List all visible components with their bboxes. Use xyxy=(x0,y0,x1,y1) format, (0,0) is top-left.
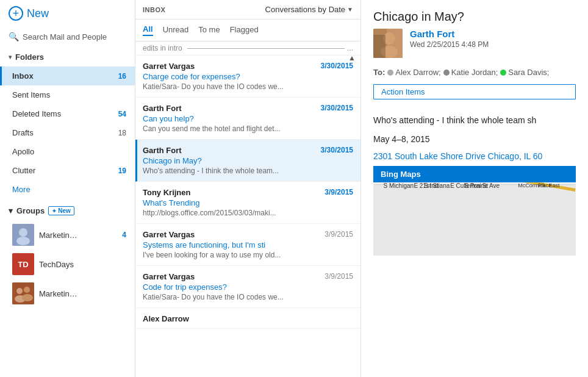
search-bar[interactable]: 🔍 Search Mail and People xyxy=(0,27,135,48)
mail-item-4[interactable]: Garret Vargas Systems are functioning, b… xyxy=(135,224,360,266)
sidebar: + New 🔍 Search Mail and People ▾ Folders… xyxy=(0,0,135,377)
folder-name-drafts: Drafts xyxy=(12,128,118,137)
detail-body-text: Who's attending - I think the whole team… xyxy=(373,114,576,127)
mail-subject-0: Charge code for expenses? xyxy=(143,72,353,81)
svg-point-2 xyxy=(16,237,30,245)
recipient-name-0: Alex Darrow; xyxy=(395,68,440,77)
sort-dropdown-arrow-icon: ▼ xyxy=(347,6,353,13)
groups-section: ▾ Groups ✦ New Marketin… 4 TD TechDays xyxy=(0,201,135,308)
folder-count-inbox: 16 xyxy=(118,72,126,81)
folders-header[interactable]: ▾ Folders xyxy=(0,48,135,66)
inbox-label: INBOX xyxy=(143,6,165,13)
mail-subject-2: Chicago in May? xyxy=(143,156,353,165)
group-item-0[interactable]: Marketin… 4 xyxy=(0,220,135,250)
svg-point-4 xyxy=(16,288,23,294)
svg-rect-12 xyxy=(373,35,385,58)
mail-preview-4: I've been looking for a way to use my ol… xyxy=(143,251,353,259)
sender-avatar-image xyxy=(373,29,403,58)
mail-item-0[interactable]: Garret Vargas Charge code for expenses? … xyxy=(135,56,360,98)
group-item-1[interactable]: TD TechDays xyxy=(0,250,135,279)
mail-item-6[interactable]: Alex Darrow xyxy=(135,308,360,329)
recipient-name-2: Sara Davis; xyxy=(508,68,549,77)
mail-sender-3: Tony Krijnen xyxy=(143,188,353,197)
recipient-0: Alex Darrow; xyxy=(387,68,440,77)
folder-count-clutter: 19 xyxy=(118,167,126,175)
preview-edit-text: edits in intro xyxy=(143,44,182,52)
folders-header-label: Folders xyxy=(15,52,44,62)
folders-chevron-icon: ▾ xyxy=(9,54,12,60)
avatar xyxy=(373,29,403,58)
folder-count-drafts: 18 xyxy=(118,129,126,137)
mail-item-5[interactable]: Garret Vargas Code for trip expenses? Ka… xyxy=(135,266,360,308)
new-compose-icon: + xyxy=(9,6,23,21)
mail-item-2[interactable]: Garth Fort Chicago in May? Who's attendi… xyxy=(135,140,360,182)
mail-item-1[interactable]: Garth Fort Can you help? Can you send me… xyxy=(135,98,360,140)
mail-preview-1: Can you send me the hotel and flight det… xyxy=(143,124,353,133)
recipient-dot-0 xyxy=(387,70,393,76)
folder-item-sent[interactable]: Sent Items xyxy=(0,85,135,104)
filter-flagged[interactable]: Flagged xyxy=(230,24,259,35)
mail-date-3: 3/9/2015 xyxy=(324,188,353,196)
recipient-1: Katie Jordan; xyxy=(443,68,498,77)
search-placeholder-text: Search Mail and People xyxy=(23,32,107,41)
detail-date-range: May 4–8, 2015 xyxy=(373,134,576,144)
recipient-dot-2 xyxy=(500,70,506,76)
groups-chevron-icon: ▾ xyxy=(9,206,13,215)
mail-preview-3: http://blogs.office.com/2015/03/03/maki.… xyxy=(143,209,353,217)
folder-item-deleted[interactable]: Deleted Items 54 xyxy=(0,104,135,123)
mail-subject-5: Code for trip expenses? xyxy=(143,282,353,292)
folder-item-apollo[interactable]: Apollo xyxy=(0,142,135,161)
more-folders-link[interactable]: More xyxy=(0,180,135,199)
detail-address-link[interactable]: 2301 South Lake Shore Drive Chicago, IL … xyxy=(373,151,576,161)
group-count-0: 4 xyxy=(122,231,126,239)
mail-date-0: 3/30/2015 xyxy=(321,62,353,70)
mail-preview-5: Katie/Sara- Do you have the IO codes we.… xyxy=(143,293,353,301)
star-icon: ✦ xyxy=(52,208,57,214)
group-name-0: Marketin… xyxy=(39,231,117,240)
mail-date-1: 3/30/2015 xyxy=(321,104,353,112)
mail-sender-4: Garret Vargas xyxy=(143,230,353,239)
svg-point-5 xyxy=(24,287,30,293)
folder-name-deleted: Deleted Items xyxy=(12,109,118,118)
filter-tome[interactable]: To me xyxy=(198,24,220,35)
action-items-button[interactable]: Action Items xyxy=(373,84,576,99)
bing-maps-bar: Bing Maps xyxy=(373,166,576,182)
map-container: S Michigan S Indiana E Cullerton St E 21… xyxy=(373,182,576,256)
group-avatar-0 xyxy=(12,224,34,246)
mail-subject-4: Systems are functioning, but I'm sti xyxy=(143,240,353,250)
sort-dropdown[interactable]: Conversations by Date ▼ xyxy=(265,5,353,14)
filter-all[interactable]: All xyxy=(143,23,153,36)
detail-sender-name[interactable]: Garth Fort xyxy=(410,29,489,39)
folder-item-drafts[interactable]: Drafts 18 xyxy=(0,123,135,142)
mail-list-panel: INBOX Conversations by Date ▼ All Unread… xyxy=(135,0,361,377)
groups-new-badge: ✦ New xyxy=(48,206,74,215)
filter-unread[interactable]: Unread xyxy=(163,24,189,35)
mail-date-4: 3/9/2015 xyxy=(324,230,353,239)
to-label: To: xyxy=(373,68,385,77)
group-avatar-1: TD xyxy=(12,253,34,275)
svg-point-1 xyxy=(19,228,27,237)
new-button[interactable]: + New xyxy=(0,0,135,27)
groups-header[interactable]: ▾ Groups ✦ New xyxy=(0,201,135,220)
mail-preview-bar: edits in intro ... xyxy=(135,41,360,56)
bing-maps-label: Bing Maps xyxy=(381,170,421,179)
folder-item-inbox[interactable]: Inbox 16 xyxy=(0,66,135,85)
group-item-2[interactable]: Marketin… xyxy=(0,279,135,308)
recipient-name-1: Katie Jordan; xyxy=(451,68,498,77)
mail-date-5: 3/9/2015 xyxy=(324,272,353,281)
folder-item-clutter[interactable]: Clutter 19 xyxy=(0,161,135,180)
folder-name-sent: Sent Items xyxy=(12,90,126,99)
detail-sender-row: Garth Fort Wed 2/25/2015 4:48 PM xyxy=(361,29,588,65)
preview-ellipsis: ... xyxy=(347,44,353,52)
mail-detail-panel: Chicago in May? Garth Fort Wed 2/25/2015… xyxy=(361,0,588,377)
detail-sender-date: Wed 2/25/2015 4:48 PM xyxy=(410,40,489,49)
groups-header-label: Groups xyxy=(16,206,45,215)
mail-subject-1: Can you help? xyxy=(143,114,353,123)
preview-edit-line xyxy=(187,48,345,49)
mail-sender-5: Garret Vargas xyxy=(143,272,353,281)
svg-point-7 xyxy=(22,294,33,301)
mail-item-3[interactable]: Tony Krijnen What's Trending http://blog… xyxy=(135,182,360,224)
mail-sender-6: Alex Darrow xyxy=(143,314,353,323)
new-button-label: New xyxy=(27,7,49,20)
scroll-up-indicator[interactable]: ▲ xyxy=(348,54,356,62)
